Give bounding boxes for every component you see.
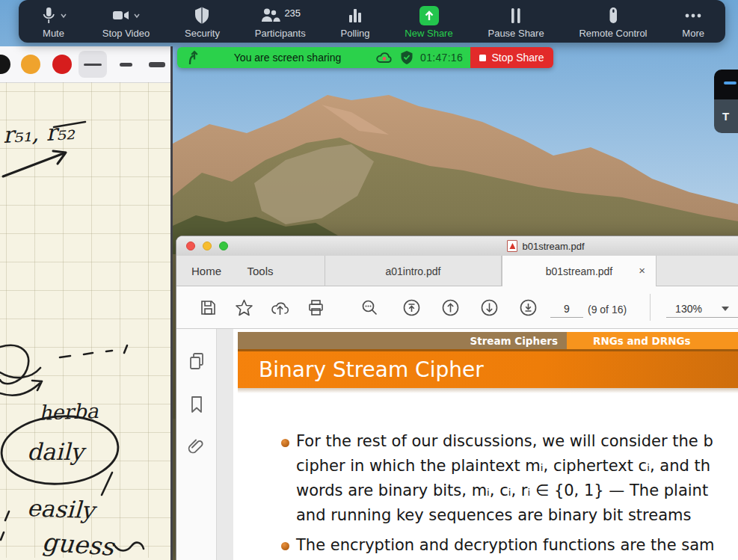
window-title: b01stream.pdf bbox=[176, 236, 738, 256]
slide-text-line: For the rest of our discussions, we will… bbox=[296, 432, 713, 457]
more-button[interactable]: More bbox=[682, 4, 704, 39]
share-up-arrow-icon bbox=[419, 6, 439, 25]
slide-nav-bar: Stream Ciphers RNGs and DRNGs bbox=[238, 332, 738, 349]
handwriting-easily: easily bbox=[27, 494, 99, 523]
slide-text-line: cipher in which the plaintext mᵢ, cipher… bbox=[296, 457, 710, 481]
new-share-button[interactable]: New Share bbox=[405, 4, 452, 39]
participant-name-tag: T bbox=[714, 99, 738, 133]
participants-icon bbox=[259, 6, 280, 25]
mute-button[interactable]: Mute bbox=[40, 4, 67, 39]
thick-line-icon bbox=[149, 62, 165, 67]
screen-sharing-bar: You are screen sharing 01:47:16 Stop Sha… bbox=[177, 47, 553, 68]
remote-control-icon bbox=[604, 6, 622, 25]
slide-title-shadow bbox=[238, 388, 738, 393]
new-share-label: New Share bbox=[405, 28, 452, 39]
polling-button[interactable]: Polling bbox=[341, 4, 370, 39]
video-camera-icon bbox=[111, 6, 131, 25]
tab-home[interactable]: Home bbox=[182, 256, 230, 286]
star-icon[interactable] bbox=[235, 298, 253, 317]
search-icon[interactable] bbox=[360, 298, 379, 317]
handwriting-guess: guess bbox=[41, 527, 116, 558]
handwritten-doodles: r₅₁, r₅₂ herba daily easily guess bbox=[0, 82, 170, 558]
pdf-page: Stream Ciphers RNGs and DRNGs Binary Str… bbox=[233, 329, 738, 560]
sharing-message: You are screen sharing bbox=[206, 52, 369, 64]
bullet-icon bbox=[281, 439, 289, 447]
doc-tab-b01stream-active[interactable]: b01stream.pdf × bbox=[502, 256, 656, 287]
stop-share-label: Stop Share bbox=[491, 52, 544, 64]
zoom-video-panel[interactable]: T bbox=[714, 70, 738, 133]
sharing-timer: 01:47:16 bbox=[420, 52, 463, 64]
previous-page-icon[interactable] bbox=[441, 298, 460, 317]
more-label: More bbox=[682, 28, 704, 39]
microphone-icon bbox=[40, 6, 58, 25]
slide-title: Binary Stream Cipher bbox=[259, 357, 484, 382]
pdf-sidebar bbox=[176, 329, 217, 560]
security-button[interactable]: Security bbox=[185, 4, 220, 39]
thin-stroke-button-selected[interactable] bbox=[79, 51, 107, 78]
pdf-toolbar: 9 (9 of 16) 130% bbox=[176, 286, 738, 329]
video-panel-header bbox=[714, 70, 738, 99]
pdf-viewer-window: b01stream.pdf Home Tools a01intro.pdf b0… bbox=[176, 236, 738, 560]
nav-section-stream-ciphers: Stream Ciphers bbox=[238, 332, 567, 349]
shield-icon bbox=[193, 6, 211, 25]
participants-button[interactable]: 235 Participants bbox=[255, 4, 306, 39]
slide-text-line: and running key sequences are binary bit… bbox=[296, 506, 691, 531]
pause-icon bbox=[507, 6, 525, 25]
stop-video-button[interactable]: Stop Video bbox=[102, 4, 150, 39]
nav-section-rngs: RNGs and DRNGs bbox=[567, 332, 738, 349]
stop-video-label: Stop Video bbox=[102, 28, 150, 39]
stop-share-button[interactable]: Stop Share bbox=[470, 47, 553, 68]
notes-app-window: r₅₁, r₅₂ herba daily easily guess bbox=[0, 46, 173, 560]
collapse-handle-icon[interactable] bbox=[724, 81, 737, 84]
cloud-upload-icon[interactable] bbox=[271, 298, 289, 317]
pause-share-button[interactable]: Pause Share bbox=[488, 4, 544, 39]
ellipsis-icon bbox=[683, 6, 704, 25]
chevron-down-icon[interactable] bbox=[60, 12, 67, 19]
zoom-level-dropdown[interactable]: 130% bbox=[666, 303, 738, 318]
share-arrow-icon[interactable] bbox=[185, 49, 200, 66]
page-thumbnails-icon[interactable] bbox=[187, 351, 206, 371]
dropdown-caret-icon bbox=[722, 307, 729, 311]
remote-control-label: Remote Control bbox=[579, 28, 647, 39]
first-page-icon[interactable] bbox=[402, 298, 421, 317]
handwriting-formula: r₅₁, r₅₂ bbox=[2, 118, 76, 148]
medium-line-icon bbox=[120, 63, 132, 67]
handwriting-daily: daily bbox=[27, 438, 87, 465]
next-page-icon[interactable] bbox=[480, 298, 499, 317]
pause-share-label: Pause Share bbox=[488, 28, 544, 39]
last-page-icon[interactable] bbox=[519, 298, 538, 317]
orange-pen-button[interactable] bbox=[21, 55, 40, 74]
security-label: Security bbox=[185, 28, 220, 39]
tab-tools[interactable]: Tools bbox=[236, 256, 284, 286]
chevron-down-icon[interactable] bbox=[133, 12, 141, 19]
save-icon[interactable] bbox=[199, 298, 218, 317]
notes-toolbar bbox=[0, 46, 170, 83]
pdf-content-area: Stream Ciphers RNGs and DRNGs Binary Str… bbox=[176, 329, 738, 560]
slide-text-line: The encryption and decryption functions … bbox=[296, 536, 715, 560]
slide-text-line: words are binary bits, mᵢ, cᵢ, rᵢ ∈ {0, … bbox=[296, 481, 708, 506]
remote-control-button[interactable]: Remote Control bbox=[579, 4, 647, 39]
stop-icon bbox=[479, 55, 486, 61]
print-icon[interactable] bbox=[307, 298, 325, 317]
pdf-file-icon bbox=[507, 240, 517, 252]
thick-stroke-button[interactable] bbox=[144, 51, 170, 78]
pdf-titlebar[interactable]: b01stream.pdf bbox=[176, 236, 738, 256]
slide-title-bar: Binary Stream Cipher bbox=[238, 349, 738, 388]
doc-tab-a01intro[interactable]: a01intro.pdf bbox=[325, 256, 502, 286]
bookmarks-icon[interactable] bbox=[187, 395, 206, 414]
zoom-meeting-toolbar: Mute Stop Video Security bbox=[19, 0, 725, 43]
encryption-shield-icon bbox=[400, 50, 413, 65]
participants-count-badge: 235 bbox=[284, 7, 301, 19]
page-number-input[interactable]: 9 bbox=[550, 303, 583, 318]
page-count-label: (9 of 16) bbox=[588, 304, 627, 316]
medium-stroke-button[interactable] bbox=[114, 51, 141, 78]
screen: Mute Stop Video Security bbox=[0, 0, 738, 560]
close-tab-icon[interactable]: × bbox=[639, 265, 645, 276]
black-pen-button[interactable] bbox=[0, 55, 10, 74]
bullet-icon bbox=[281, 542, 289, 550]
cloud-recording-icon[interactable] bbox=[375, 51, 393, 64]
attachments-icon[interactable] bbox=[187, 437, 206, 457]
handwriting-herba: herba bbox=[38, 399, 99, 425]
red-pen-button[interactable] bbox=[52, 55, 72, 74]
bar-chart-icon bbox=[346, 6, 364, 25]
